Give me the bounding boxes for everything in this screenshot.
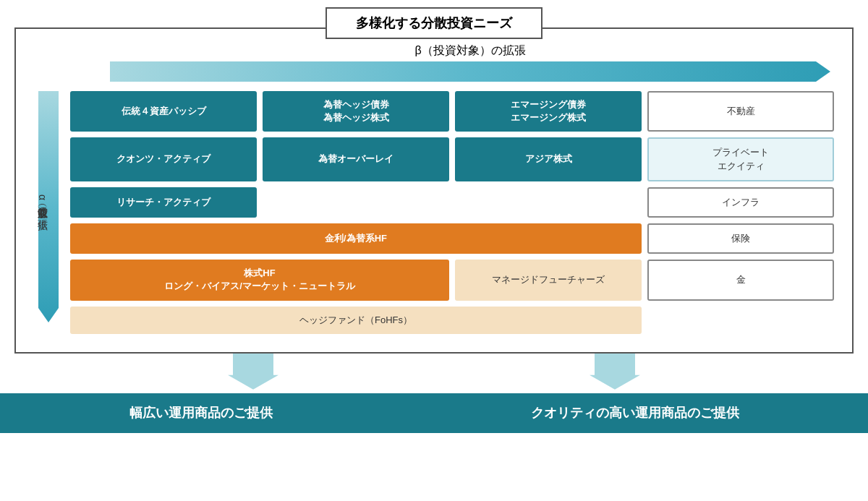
- box-equity-hf: 株式HFロング・バイアス/マーケット・ニュートラル: [70, 260, 449, 300]
- beta-row: β（投資対象）の拡張: [30, 43, 838, 82]
- beta-arrow: [110, 61, 830, 82]
- box-managed-futures: マネージドフューチャーズ: [455, 260, 642, 300]
- diagram-frame: β（投資対象）の拡張 α（収益源泉）の拡張 伝統４資産パッシブ 為替ヘッジ債券為…: [14, 27, 854, 354]
- box-real-estate: 不動産: [647, 91, 834, 132]
- grid-content: 伝統４資産パッシブ 為替ヘッジ債券為替ヘッジ株式 エマージング債券エマージング株…: [67, 87, 838, 338]
- beta-label: β（投資対象）の拡張: [103, 43, 838, 59]
- box-forex-overlay: 為替オーバーレイ: [263, 137, 449, 181]
- box-private-equity: プライベートエクイティ: [647, 137, 834, 181]
- box-fohfs: ヘッジファンド（FoHFs）: [70, 307, 642, 334]
- box-emerging: エマージング債券エマージング株式: [455, 91, 642, 132]
- box-infra: インフラ: [647, 187, 834, 218]
- bottom-left-label: 幅広い運用商品のご提供: [129, 404, 273, 421]
- top-title: 多様化する分散投資ニーズ: [326, 7, 542, 39]
- bottom-right-item: [590, 354, 640, 390]
- inner-area: α（収益源泉）の拡張 伝統４資産パッシブ 為替ヘッジ債券為替ヘッジ株式 エマージ…: [30, 87, 838, 338]
- bottom-left-arrow: [228, 354, 278, 390]
- box-insurance: 保険: [647, 223, 834, 254]
- box-quant: クオンツ・アクティブ: [70, 137, 257, 181]
- bottom-right-arrow: [590, 354, 640, 390]
- box-asia-equity: アジア株式: [455, 137, 642, 181]
- alpha-arrow-container: α（収益源泉）の拡張: [30, 87, 67, 338]
- bottom-right-label: クオリティの高い運用商品のご提供: [531, 404, 739, 421]
- box-research: リサーチ・アクティブ: [70, 187, 257, 218]
- box-gold: 金: [647, 260, 834, 300]
- box-traditional: 伝統４資産パッシブ: [70, 91, 257, 132]
- box-forex-hedge: 為替ヘッジ債券為替ヘッジ株式: [263, 91, 449, 132]
- alpha-label: α（収益源泉）の拡張: [36, 95, 49, 312]
- bottom-left-item: [228, 354, 278, 390]
- box-rate-hf: 金利/為替系HF: [70, 223, 642, 254]
- bottom-teal-bar: 幅広い運用商品のご提供 クオリティの高い運用商品のご提供: [0, 393, 868, 433]
